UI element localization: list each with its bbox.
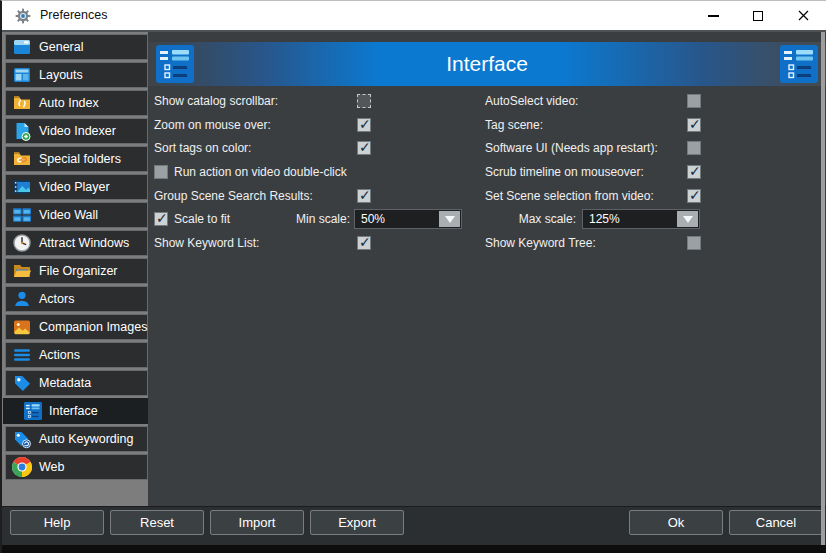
checkbox-show-keyword-tree[interactable] — [687, 236, 701, 250]
checkbox-scale-to-fit[interactable] — [154, 212, 168, 226]
max-scale-label: Max scale: — [516, 209, 576, 229]
option-row: Zoom on mouse over: Tag scene: — [148, 115, 826, 135]
checkbox-show-keyword-list[interactable] — [357, 236, 371, 250]
minimize-button[interactable] — [698, 1, 728, 30]
close-icon — [798, 10, 809, 21]
title-bar[interactable]: Preferences — [2, 1, 826, 32]
option-label: Show Keyword List: — [154, 233, 259, 253]
window-title: Preferences — [40, 1, 107, 30]
person-icon — [12, 289, 32, 309]
close-button[interactable] — [788, 1, 818, 30]
option-row: Show Keyword List: Show Keyword Tree: — [148, 233, 826, 253]
checkbox-zoom-on-mouse-over[interactable] — [357, 118, 371, 132]
option-row: Sort tags on color: Software UI (Needs a… — [148, 138, 826, 158]
option-label: Run action on video double-click — [174, 162, 347, 182]
sidebar-item-actors[interactable]: Actors — [5, 286, 148, 312]
interface-icon — [780, 45, 818, 83]
sidebar-item-video-player[interactable]: Video Player — [5, 174, 148, 200]
chevron-down-icon — [677, 211, 698, 227]
window-bottom-edge — [2, 545, 826, 553]
option-row: Group Scene Search Results: Set Scene se… — [148, 186, 826, 206]
clock-icon — [12, 233, 32, 253]
sidebar-item-file-organizer[interactable]: File Organizer — [5, 258, 148, 284]
sidebar-item-attract-windows[interactable]: Attract Windows — [5, 230, 148, 256]
min-scale-value: 50% — [361, 210, 385, 228]
checkbox-autoselect-video[interactable] — [687, 94, 701, 108]
option-label: Show Keyword Tree: — [485, 233, 596, 253]
checkbox-software-ui[interactable] — [687, 141, 701, 155]
option-label: Show catalog scrollbar: — [154, 91, 278, 111]
checkbox-show-catalog-scrollbar[interactable] — [357, 94, 371, 108]
sidebar-item-layouts[interactable]: Layouts — [5, 62, 148, 88]
interface-icon — [24, 402, 42, 420]
option-label: Software UI (Needs app restart): — [485, 138, 658, 158]
option-label: Zoom on mouse over: — [154, 115, 271, 135]
sidebar-item-companion-images[interactable]: Companion Images — [5, 314, 148, 340]
max-scale-value: 125% — [589, 210, 620, 228]
sidebar-item-video-indexer[interactable]: Video Indexer — [5, 118, 148, 144]
sidebar-item-metadata[interactable]: Metadata — [5, 370, 148, 396]
ok-button[interactable]: Ok — [629, 510, 723, 535]
help-button[interactable]: Help — [10, 510, 104, 535]
option-row: Run action on video double-click Scrub t… — [148, 162, 826, 182]
scale-row: Scale to fit Min scale: 50% Max scale: 1… — [148, 209, 826, 229]
import-button[interactable]: Import — [210, 510, 304, 535]
chevron-down-icon — [439, 211, 460, 227]
min-scale-label: Min scale: — [294, 209, 350, 229]
sidebar-item-web[interactable]: Web — [5, 454, 148, 480]
folder-icon — [12, 261, 32, 281]
tag-refresh-icon — [12, 429, 32, 449]
maximize-button[interactable] — [743, 1, 773, 30]
file-add-icon — [12, 121, 32, 141]
option-label: Group Scene Search Results: — [154, 186, 313, 206]
checkbox-run-action-double-click[interactable] — [154, 165, 168, 179]
sidebar-item-actions[interactable]: Actions — [5, 342, 148, 368]
option-label: AutoSelect video: — [485, 91, 578, 111]
sidebar: General Layouts Auto Index Video Indexer… — [2, 32, 148, 506]
folder-link-icon — [12, 149, 32, 169]
preferences-window: Preferences General Layouts Auto Index V… — [0, 0, 826, 553]
film-icon — [12, 177, 32, 197]
export-button[interactable]: Export — [310, 510, 404, 535]
sidebar-item-interface[interactable]: Interface — [3, 398, 148, 424]
tag-icon — [12, 373, 32, 393]
video-wall-icon — [12, 205, 32, 225]
reset-button[interactable]: Reset — [110, 510, 204, 535]
min-scale-select[interactable]: 50% — [354, 209, 462, 229]
window-right-edge — [821, 32, 825, 545]
main-panel: Interface Show catalog scrollbar: AutoSe… — [148, 32, 826, 506]
checkbox-sort-tags-on-color[interactable] — [357, 141, 371, 155]
window-icon — [12, 37, 32, 57]
minimize-icon — [708, 15, 719, 17]
maximize-icon — [753, 11, 763, 21]
checkbox-set-scene-selection[interactable] — [687, 189, 701, 203]
footer-bar: Help Reset Import Export Ok Cancel — [2, 506, 826, 546]
checkbox-scrub-timeline[interactable] — [687, 165, 701, 179]
max-scale-select[interactable]: 125% — [582, 209, 700, 229]
folder-sync-icon — [12, 93, 32, 113]
section-header: Interface — [148, 42, 826, 86]
cancel-button[interactable]: Cancel — [729, 510, 823, 535]
chrome-icon — [12, 457, 32, 477]
sidebar-item-auto-index[interactable]: Auto Index — [5, 90, 148, 116]
option-row: Show catalog scrollbar: AutoSelect video… — [148, 91, 826, 111]
option-label: Sort tags on color: — [154, 138, 251, 158]
option-label: Tag scene: — [485, 115, 543, 135]
page-title: Interface — [148, 42, 826, 86]
image-icon — [12, 317, 32, 337]
menu-lines-icon — [12, 345, 32, 365]
option-label: Set Scene selection from video: — [485, 186, 654, 206]
option-label: Scrub timeline on mouseover: — [485, 162, 644, 182]
checkbox-group-scene-search[interactable] — [357, 189, 371, 203]
sidebar-item-special-folders[interactable]: Special folders — [5, 146, 148, 172]
sidebar-item-general[interactable]: General — [5, 34, 148, 60]
sidebar-item-video-wall[interactable]: Video Wall — [5, 202, 148, 228]
option-label: Scale to fit — [174, 209, 230, 229]
layout-icon — [12, 65, 32, 85]
gear-icon — [15, 8, 31, 24]
sidebar-item-auto-keywording[interactable]: Auto Keywording — [5, 426, 148, 452]
checkbox-tag-scene[interactable] — [687, 118, 701, 132]
